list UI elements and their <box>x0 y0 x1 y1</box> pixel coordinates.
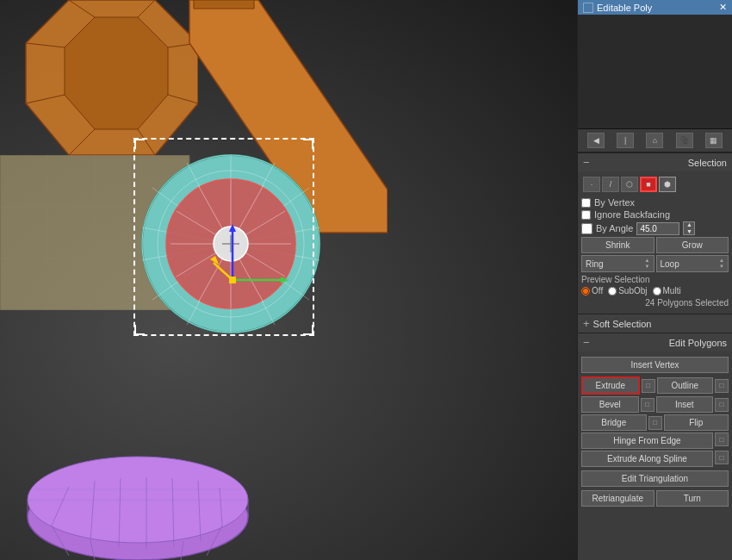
selection-corner-br <box>303 325 313 335</box>
scene <box>0 0 577 560</box>
radio-off-item[interactable]: Off <box>581 286 603 296</box>
angle-up-arrow[interactable]: ▲ <box>686 221 692 228</box>
selection-corner-tr <box>303 139 313 149</box>
close-icon[interactable]: ✕ <box>719 2 727 13</box>
viewport[interactable] <box>0 0 577 560</box>
shrink-button[interactable]: Shrink <box>581 237 654 253</box>
element-sel-icon[interactable]: ⬢ <box>659 177 676 192</box>
radio-subobj-input[interactable] <box>608 287 617 296</box>
radio-off-input[interactable] <box>581 287 590 296</box>
grow-button[interactable]: Grow <box>656 237 729 253</box>
hinge-from-edge-button[interactable]: Hinge From Edge <box>581 432 713 449</box>
panel-scroll-area[interactable]: − Selection · / ⬡ ■ ⬢ By Vertex <box>578 152 732 560</box>
bridge-button[interactable]: Bridge <box>581 414 647 431</box>
soft-selection-section: + Soft Selection <box>578 314 732 333</box>
back-nav-icon[interactable]: ◀ <box>587 133 605 148</box>
retriangulate-turn-row: Retriangulate Turn <box>581 490 729 507</box>
soft-selection-header[interactable]: + Soft Selection <box>578 314 732 333</box>
extrude-button[interactable]: Extrude <box>581 376 640 395</box>
outline-settings-icon[interactable]: □ <box>715 379 729 393</box>
loop-spinner[interactable]: Loop ▲ ▼ <box>656 255 729 272</box>
preview-sel-radio-row: Off SubObj Multi <box>581 286 729 296</box>
selection-box <box>133 138 314 336</box>
eas-settings-icon[interactable]: □ <box>715 451 729 464</box>
ring-down-arrow[interactable]: ▼ <box>645 264 650 270</box>
shrink-grow-row: Shrink Grow <box>581 237 729 253</box>
radio-off-label: Off <box>592 286 603 296</box>
outline-button[interactable]: Outline <box>657 377 714 394</box>
object-list-header: Editable Poly ✕ <box>578 0 732 15</box>
vertex-sel-icon[interactable]: · <box>583 177 600 192</box>
angle-value-input[interactable] <box>636 222 679 235</box>
subobject-icons-row: · / ⬡ ■ ⬢ <box>581 175 729 194</box>
object-name: Editable Poly <box>597 3 652 13</box>
by-angle-label: By Angle <box>596 223 633 233</box>
by-angle-row: By Angle ▲ ▼ <box>581 221 729 235</box>
selection-header[interactable]: − Selection <box>578 153 732 171</box>
edit-polygons-section: − Edit Polygons Insert Vertex Extrude □ … <box>578 333 732 512</box>
selection-corner-bl <box>134 325 145 335</box>
extrude-settings-icon[interactable]: □ <box>642 379 655 393</box>
loop-up-arrow[interactable]: ▲ <box>719 258 724 264</box>
angle-spinner[interactable]: ▲ ▼ <box>683 221 695 235</box>
preview-selection-group: Preview Selection Off SubObj <box>581 275 729 296</box>
camera-icon[interactable]: 🎥 <box>676 133 693 148</box>
flip-button[interactable]: Flip <box>664 414 729 431</box>
render-icon[interactable]: ▦ <box>705 133 723 148</box>
separator-icon: | <box>617 133 634 148</box>
selection-section: − Selection · / ⬡ ■ ⬢ By Vertex <box>578 152 732 314</box>
bridge-settings-icon[interactable]: □ <box>648 416 662 430</box>
retriangulate-button[interactable]: Retriangulate <box>581 490 654 507</box>
radio-multi-item[interactable]: Multi <box>653 286 681 296</box>
edit-polygons-header[interactable]: − Edit Polygons <box>578 333 732 352</box>
radio-multi-label: Multi <box>663 286 681 296</box>
bevel-settings-icon[interactable]: □ <box>641 398 654 412</box>
bridge-flip-row: Bridge □ Flip <box>581 414 729 431</box>
object-list: Editable Poly ✕ <box>578 0 732 129</box>
bevel-button[interactable]: Bevel <box>581 396 639 413</box>
right-panel: Editable Poly ✕ ◀ | ⌂ 🎥 ▦ − Selection <box>577 0 732 560</box>
insert-vertex-button[interactable]: Insert Vertex <box>581 357 729 373</box>
ring-loop-row: Ring ▲ ▼ Loop ▲ ▼ <box>581 255 729 272</box>
extrude-along-spline-button[interactable]: Extrude Along Spline <box>581 451 713 467</box>
poly-count: 24 Polygons Selected <box>581 298 729 308</box>
selection-title: Selection <box>688 158 727 168</box>
angle-down-arrow[interactable]: ▼ <box>686 228 692 235</box>
ep-collapse-icon: − <box>583 336 590 349</box>
vertex-icon[interactable]: ⌂ <box>646 133 663 148</box>
loop-down-arrow[interactable]: ▼ <box>719 264 724 270</box>
soft-sel-title: Soft Selection <box>593 319 652 329</box>
by-vertex-label: By Vertex <box>594 197 635 208</box>
radio-multi-input[interactable] <box>653 287 661 296</box>
svg-marker-17 <box>194 0 254 9</box>
ignore-backfacing-label: Ignore Backfacing <box>594 209 670 220</box>
inset-button[interactable]: Inset <box>656 396 714 413</box>
edit-triangulation-button[interactable]: Edit Triangulation <box>581 470 729 487</box>
poly-sel-icon[interactable]: ■ <box>640 177 657 192</box>
ring-up-arrow[interactable]: ▲ <box>645 258 650 264</box>
ring-spinner[interactable]: Ring ▲ ▼ <box>581 255 654 272</box>
extrude-along-spline-row: Extrude Along Spline □ <box>581 451 729 467</box>
edge-sel-icon[interactable]: / <box>602 177 619 192</box>
expand-icon: + <box>583 317 590 330</box>
by-vertex-checkbox[interactable] <box>581 198 591 208</box>
by-angle-checkbox[interactable] <box>581 223 592 234</box>
by-vertex-row: By Vertex <box>581 197 729 208</box>
inset-settings-icon[interactable]: □ <box>715 398 729 412</box>
border-sel-icon[interactable]: ⬡ <box>621 177 638 192</box>
radio-subobj-item[interactable]: SubObj <box>608 286 647 296</box>
radio-subobj-label: SubObj <box>618 286 647 296</box>
turn-button[interactable]: Turn <box>656 490 729 507</box>
purple-base <box>26 414 250 560</box>
modifier-toolbar: ◀ | ⌂ 🎥 ▦ <box>578 129 732 152</box>
ep-body: Insert Vertex Extrude □ Outline □ Bevel … <box>578 352 732 512</box>
main-container: Editable Poly ✕ ◀ | ⌂ 🎥 ▦ − Selection <box>0 0 732 560</box>
ignore-backfacing-checkbox[interactable] <box>581 210 591 220</box>
ring-arrows: ▲ ▼ <box>645 258 650 270</box>
bevel-inset-row: Bevel □ Inset □ <box>581 396 729 413</box>
hinge-settings-icon[interactable]: □ <box>715 432 729 446</box>
extrude-outline-row: Extrude □ Outline □ <box>581 376 729 395</box>
selection-body: · / ⬡ ■ ⬢ By Vertex Ignore Backfaci <box>578 171 732 314</box>
preview-sel-label: Preview Selection <box>581 275 729 284</box>
collapse-icon: − <box>583 156 590 169</box>
